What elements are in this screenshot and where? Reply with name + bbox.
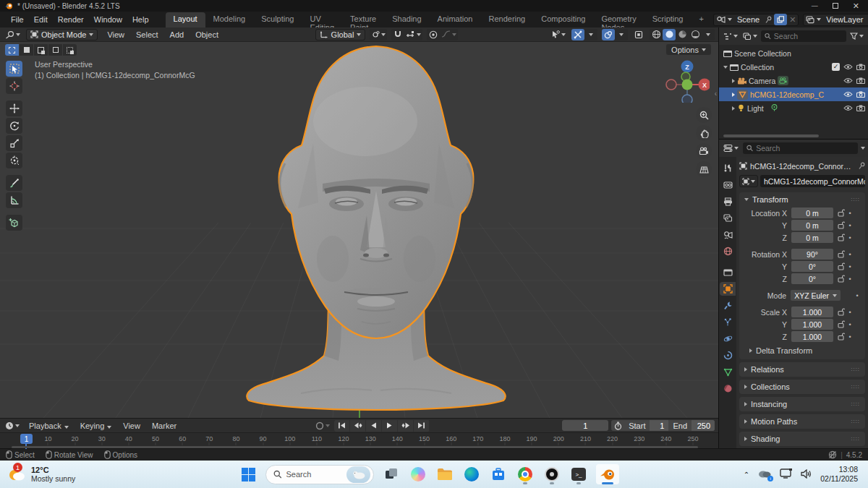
keyframe-decorator[interactable]: • bbox=[846, 222, 854, 229]
panel-collections[interactable]: Collections∷∷ bbox=[739, 380, 865, 394]
mode-selector[interactable]: Object Mode bbox=[26, 29, 98, 40]
pan-button[interactable] bbox=[696, 125, 712, 141]
select-mode-set[interactable] bbox=[5, 44, 19, 56]
maximize-button[interactable] bbox=[833, 3, 838, 9]
expand-caret-icon[interactable] bbox=[723, 66, 728, 69]
outliner-item-label[interactable]: Scene Collection bbox=[734, 49, 791, 58]
shading-solid-button[interactable] bbox=[663, 29, 676, 40]
play-button[interactable] bbox=[382, 420, 397, 432]
transform-panel-header[interactable]: Transform ∷∷ bbox=[739, 192, 865, 207]
pin-icon[interactable] bbox=[765, 16, 772, 24]
tab-tool[interactable] bbox=[720, 161, 736, 175]
outliner-item-label[interactable]: Camera bbox=[749, 77, 775, 85]
transform-field-y[interactable]: 0° bbox=[791, 261, 833, 272]
properties-search-input[interactable] bbox=[756, 144, 854, 153]
falloff-button[interactable] bbox=[440, 29, 458, 40]
transform-field-y[interactable]: 1.000 bbox=[791, 319, 833, 330]
xray-toggle[interactable] bbox=[632, 29, 645, 40]
viewport-menu-view[interactable]: View bbox=[102, 29, 129, 40]
eye-icon[interactable] bbox=[843, 91, 853, 98]
playhead[interactable]: 1 bbox=[20, 434, 33, 444]
shading-caret-button[interactable] bbox=[702, 29, 715, 40]
keyframe-decorator[interactable]: • bbox=[846, 333, 854, 341]
eye-icon[interactable] bbox=[843, 64, 853, 70]
outliner-item-label[interactable]: hCMG1-12decomp_C bbox=[750, 90, 824, 99]
pivot-point-button[interactable] bbox=[370, 29, 387, 40]
shading-wireframe-button[interactable] bbox=[650, 29, 663, 40]
panel-relations[interactable]: Relations∷∷ bbox=[739, 362, 865, 377]
end-frame-field[interactable]: 250 bbox=[692, 420, 715, 431]
visibility-button[interactable] bbox=[550, 29, 567, 40]
keyframe-decorator[interactable]: • bbox=[846, 234, 854, 241]
zoom-button[interactable] bbox=[696, 107, 712, 123]
lock-open-icon[interactable] bbox=[838, 275, 845, 283]
play-reverse-button[interactable] bbox=[366, 420, 381, 432]
tool-select-box[interactable] bbox=[6, 61, 22, 77]
transform-field-z[interactable]: 0 m bbox=[791, 232, 833, 243]
snap-target-button[interactable] bbox=[404, 29, 422, 40]
tab-object-data[interactable] bbox=[720, 365, 736, 379]
lock-open-icon[interactable] bbox=[838, 234, 845, 241]
outliner-filter-type-button[interactable] bbox=[741, 30, 759, 42]
camera-view-button[interactable] bbox=[696, 143, 712, 159]
keyframe-decorator[interactable]: • bbox=[846, 263, 854, 270]
topbar-menu-help[interactable]: Help bbox=[127, 14, 154, 25]
camera-data-icon[interactable] bbox=[778, 76, 788, 85]
properties-editor-type-button[interactable] bbox=[722, 142, 740, 154]
tool-add-cube[interactable] bbox=[6, 215, 22, 231]
tab-output[interactable] bbox=[720, 194, 736, 208]
transform-field-z[interactable]: 1.000 bbox=[791, 331, 833, 342]
timeline-editor-type-button[interactable] bbox=[4, 420, 21, 432]
edge-button[interactable] bbox=[462, 464, 481, 484]
workspace-tab-shading[interactable]: Shading bbox=[384, 12, 429, 27]
navigation-gizmo[interactable]: Z X bbox=[665, 55, 710, 103]
workspace-tab-plus[interactable]: + bbox=[691, 12, 711, 27]
keyframe-decorator[interactable]: • bbox=[854, 292, 861, 299]
topbar-menu-render[interactable]: Render bbox=[53, 14, 89, 25]
panel-motion-paths[interactable]: Motion Paths∷∷ bbox=[739, 414, 865, 429]
copilot-button[interactable] bbox=[409, 464, 427, 484]
outliner-search-input[interactable] bbox=[774, 32, 843, 40]
viewlayer-selector[interactable]: ViewLayer ✕ bbox=[803, 14, 868, 26]
select-mode-invert[interactable] bbox=[48, 44, 62, 56]
outliner-row-camera[interactable]: Camera bbox=[719, 74, 868, 87]
viewport-menu-select[interactable]: Select bbox=[131, 29, 163, 40]
tab-object[interactable] bbox=[720, 282, 736, 296]
taskbar-search[interactable] bbox=[265, 465, 374, 484]
gizmos-caret-button[interactable] bbox=[584, 29, 597, 40]
tab-render[interactable] bbox=[720, 178, 736, 192]
editor-type-button[interactable] bbox=[4, 29, 22, 40]
render-visibility-icon[interactable] bbox=[856, 64, 865, 70]
tab-particles[interactable] bbox=[720, 315, 736, 329]
keyframe-decorator[interactable]: • bbox=[846, 275, 854, 283]
scene-selector[interactable]: Scene ✕ bbox=[713, 14, 799, 26]
tool-move[interactable] bbox=[6, 100, 22, 116]
tool-scale[interactable] bbox=[6, 135, 22, 151]
tab-world[interactable] bbox=[720, 244, 736, 258]
use-preview-range-button[interactable] bbox=[611, 420, 624, 431]
chrome-button[interactable] bbox=[516, 464, 535, 484]
select-mode-subtract[interactable] bbox=[34, 44, 48, 56]
lock-open-icon[interactable] bbox=[838, 262, 845, 270]
gizmo-neg-z-axis[interactable] bbox=[682, 95, 692, 103]
taskbar-clock[interactable]: 13:08 02/11/2025 bbox=[820, 465, 858, 484]
workspace-tab-scripting[interactable]: Scripting bbox=[644, 12, 692, 27]
current-frame-field[interactable]: 1 bbox=[562, 420, 608, 431]
workspace-tab-layout[interactable]: Layout bbox=[166, 12, 205, 27]
viewlayer-name[interactable]: ViewLayer bbox=[823, 15, 866, 24]
render-visibility-icon[interactable] bbox=[856, 91, 865, 98]
close-button[interactable]: ✕ bbox=[853, 2, 859, 9]
tool-cursor[interactable] bbox=[6, 78, 22, 94]
light-data-icon[interactable] bbox=[770, 103, 778, 113]
panel-grip[interactable]: ∷∷ bbox=[851, 436, 860, 442]
render-visibility-icon[interactable] bbox=[856, 77, 865, 84]
keyframe-decorator[interactable]: • bbox=[846, 321, 854, 328]
gizmo-neg-x-axis[interactable] bbox=[666, 80, 676, 90]
tool-transform[interactable] bbox=[6, 153, 22, 168]
shading-material-button[interactable] bbox=[676, 29, 689, 40]
start-button[interactable] bbox=[239, 464, 258, 484]
expand-caret-icon[interactable] bbox=[732, 79, 735, 83]
gizmo-y-axis[interactable] bbox=[682, 80, 693, 90]
outliner-scrollbar[interactable] bbox=[723, 134, 819, 137]
taskbar-search-input[interactable] bbox=[286, 470, 342, 479]
